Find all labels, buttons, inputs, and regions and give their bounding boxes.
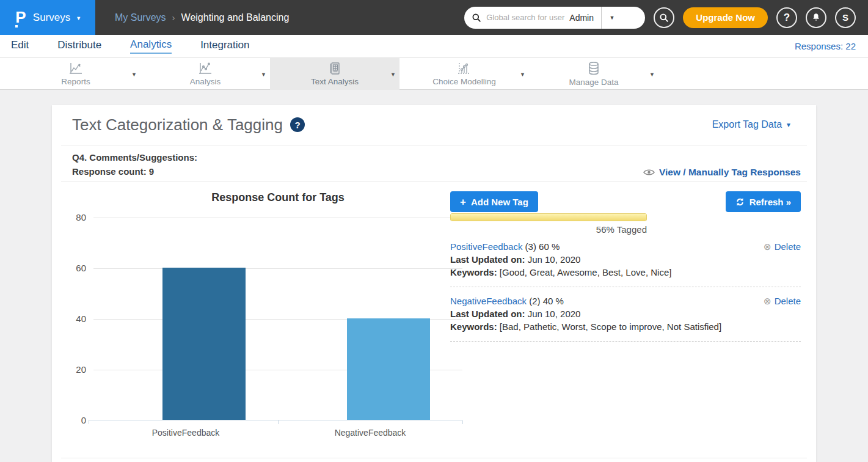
- refresh-label: Refresh »: [749, 197, 791, 207]
- tag-meta: (2) 40 %: [529, 296, 564, 306]
- delete-label: Delete: [775, 240, 801, 253]
- scatter-chart-icon: [457, 62, 472, 75]
- eye-icon: [643, 169, 655, 176]
- chevron-down-icon: ▼: [786, 122, 792, 128]
- chart-ytick-label: 60: [76, 263, 86, 273]
- search-scope-chevron-down-icon[interactable]: ▼: [602, 15, 622, 21]
- analytics-tab-strip: Reports ▼ Analysis ▼ Text Analysis ▼ Cho…: [0, 58, 868, 90]
- search-scope-selector[interactable]: Admin: [569, 13, 594, 23]
- title-help-icon[interactable]: ?: [290, 117, 305, 132]
- tab-label: Manage Data: [569, 78, 618, 87]
- chart-x-axis-line: [89, 420, 462, 420]
- chevron-down-icon[interactable]: ▼: [649, 72, 655, 78]
- tag-name-link[interactable]: PositiveFeedback: [450, 241, 522, 252]
- tab-label: Reports: [61, 77, 90, 86]
- question-title: Q4. Comments/Suggestions:: [72, 150, 197, 164]
- tab-reports[interactable]: Reports ▼: [11, 58, 140, 90]
- chevron-down-icon[interactable]: ▼: [390, 72, 396, 78]
- circle-x-icon: ⊗: [764, 240, 771, 253]
- breadcrumb: My Surveys › Weighting and Balancing: [115, 12, 289, 23]
- chart-gridline: [93, 218, 462, 218]
- last-updated-label: Last Updated on:: [450, 254, 525, 265]
- response-count-label: Response count: 9: [72, 164, 197, 178]
- tag-management-panel: + Add New Tag Refresh » 56% Tagged Posit…: [450, 191, 801, 349]
- search-input[interactable]: [486, 13, 567, 22]
- export-tag-data-dropdown[interactable]: Export Tag Data ▼: [712, 119, 792, 130]
- bell-icon: [811, 12, 821, 23]
- tab-analysis[interactable]: Analysis ▼: [140, 58, 270, 90]
- add-new-tag-label: Add New Tag: [471, 197, 528, 207]
- question-block: Q4. Comments/Suggestions: Response count…: [72, 150, 197, 178]
- chart-ytick-label: 0: [81, 415, 86, 425]
- tab-label: Analysis: [190, 77, 221, 86]
- line-chart-icon: [68, 62, 83, 75]
- keywords-label: Keywords:: [450, 267, 497, 277]
- trend-chart-icon: [198, 62, 213, 75]
- chart-axis-tick: [462, 420, 463, 424]
- avatar-letter: S: [842, 12, 848, 23]
- chevron-down-icon[interactable]: ▼: [520, 72, 525, 78]
- tag-name-link[interactable]: NegativeFeedback: [450, 296, 527, 306]
- breadcrumb-current-survey: Weighting and Balancing: [181, 12, 290, 23]
- product-switcher[interactable]: P Surveys ▼: [0, 0, 95, 35]
- tag-response-chart: Response Count for Tags 020406080 Positi…: [68, 191, 465, 438]
- delete-label: Delete: [775, 295, 801, 307]
- top-header-bar: P Surveys ▼ My Surveys › Weighting and B…: [0, 0, 868, 35]
- account-avatar[interactable]: S: [835, 7, 856, 28]
- chevron-down-icon[interactable]: ▼: [261, 72, 266, 78]
- help-button[interactable]: ?: [776, 7, 797, 28]
- card-header: Text Categorization & Tagging ? Export T…: [52, 105, 816, 144]
- search-submit-button[interactable]: [654, 7, 674, 28]
- chart-axis-tick: [278, 420, 279, 424]
- search-icon: [659, 13, 669, 23]
- last-updated-value: Jun 10, 2020: [528, 254, 581, 265]
- chart-plot: [93, 218, 462, 420]
- tagged-percent-label: 56% Tagged: [450, 224, 647, 235]
- upgrade-now-button[interactable]: Upgrade Now: [683, 7, 768, 28]
- tab-text-analysis[interactable]: Text Analysis ▼: [270, 58, 399, 90]
- document-grid-icon: [328, 62, 341, 75]
- nav-item-edit[interactable]: Edit: [11, 39, 29, 53]
- tagged-progress-fill: [451, 214, 646, 221]
- chart-ytick-label: 80: [76, 212, 86, 222]
- global-search-box: Admin ▼: [464, 7, 645, 29]
- nav-item-distribute[interactable]: Distribute: [57, 39, 101, 53]
- delete-tag-button[interactable]: ⊗ Delete: [764, 295, 801, 307]
- view-manually-tag-link[interactable]: View / Manually Tag Responses: [643, 167, 801, 178]
- tab-choice-modelling[interactable]: Choice Modelling ▼: [399, 58, 529, 90]
- tag-row-positivefeedback: PositiveFeedback (3) 60 % Last Updated o…: [450, 240, 801, 287]
- chart-bar-negativefeedback: [347, 318, 430, 420]
- nav-item-integration[interactable]: Integration: [200, 39, 249, 53]
- topbar-actions: Admin ▼ Upgrade Now ? S: [464, 7, 868, 29]
- tab-manage-data[interactable]: Manage Data ▼: [529, 58, 658, 90]
- notifications-button[interactable]: [806, 7, 826, 28]
- tag-list: PositiveFeedback (3) 60 % Last Updated o…: [450, 240, 801, 342]
- keywords-value: [Bad, Pathetic, Worst, Scope to improve,…: [500, 321, 721, 332]
- keywords-label: Keywords:: [450, 321, 497, 332]
- delete-tag-button[interactable]: ⊗ Delete: [764, 240, 801, 253]
- add-new-tag-button[interactable]: + Add New Tag: [450, 191, 538, 212]
- search-icon: [472, 13, 481, 23]
- chart-title: Response Count for Tags: [93, 191, 462, 204]
- header-divider: [61, 145, 807, 145]
- last-updated-label: Last Updated on:: [450, 309, 525, 319]
- breadcrumb-my-surveys[interactable]: My Surveys: [115, 12, 166, 23]
- chart-y-axis: 020406080: [68, 218, 93, 420]
- chart-axis-tick: [89, 420, 89, 424]
- question-mark-icon: ?: [784, 12, 790, 24]
- text-categorization-card: Text Categorization & Tagging ? Export T…: [52, 105, 816, 462]
- refresh-button[interactable]: Refresh »: [726, 191, 801, 212]
- last-updated-value: Jun 10, 2020: [528, 309, 581, 319]
- responses-count-label[interactable]: Responses: 22: [795, 41, 856, 51]
- keywords-value: [Good, Great, Awesome, Best, Love, Nice]: [500, 267, 672, 277]
- chart-bar-positivefeedback: [162, 268, 246, 420]
- view-manually-tag-label: View / Manually Tag Responses: [659, 167, 801, 178]
- page-title: Text Categorization & Tagging: [72, 116, 283, 134]
- nav-item-analytics[interactable]: Analytics: [130, 38, 172, 54]
- plus-icon: +: [460, 197, 466, 207]
- logo-letter: P: [14, 9, 27, 26]
- chevron-down-icon[interactable]: ▼: [131, 72, 137, 78]
- chart-ytick-label: 40: [76, 314, 86, 324]
- tab-label: Text Analysis: [311, 77, 359, 86]
- chevron-down-icon: ▼: [76, 15, 81, 21]
